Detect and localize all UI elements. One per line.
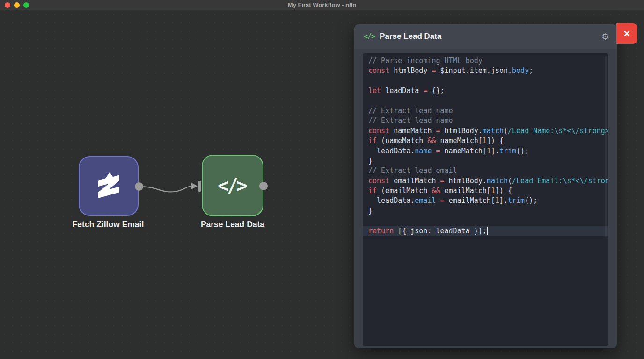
panel-title: Parse Lead Data: [380, 32, 441, 41]
close-panel-button[interactable]: ✕: [616, 23, 637, 44]
code-line[interactable]: [363, 216, 608, 226]
output-connector[interactable]: [135, 182, 143, 191]
node-label-fetch-zillow-email: Fetch Zillow Email: [57, 220, 160, 230]
code-line[interactable]: leadData.name = nameMatch[1].trim();: [363, 146, 608, 156]
output-connector[interactable]: [259, 182, 268, 190]
traffic-light-minimize-icon[interactable]: [14, 2, 20, 8]
traffic-light-zoom-icon[interactable]: [23, 2, 29, 8]
code-line[interactable]: let leadData = {};: [363, 86, 608, 96]
window-title: My First Workflow - n8n: [288, 1, 356, 8]
code-line[interactable]: }: [363, 206, 608, 216]
code-line[interactable]: // Parse incoming HTML body: [363, 56, 608, 66]
code-line[interactable]: if (emailMatch && emailMatch[1]) {: [363, 186, 608, 196]
text-cursor: [487, 227, 488, 235]
code-line[interactable]: // Extract lead email: [363, 166, 608, 176]
code-line[interactable]: const emailMatch = htmlBody.match(/Lead …: [363, 176, 608, 186]
code-lines: // Parse incoming HTML bodyconst htmlBod…: [363, 56, 608, 236]
connection-arrowhead-icon: [191, 183, 198, 189]
node-label-parse-lead-data: Parse Lead Data: [181, 220, 284, 230]
node-editor-panel: </> Parse Lead Data ⚙ // Parse incoming …: [354, 24, 617, 348]
code-line[interactable]: if (nameMatch && nameMatch[1]) {: [363, 136, 608, 146]
code-icon: </>: [364, 32, 375, 41]
code-line[interactable]: // Extract lead name: [363, 106, 608, 116]
code-line[interactable]: }: [363, 156, 608, 166]
traffic-lights: [5, 2, 29, 8]
zillow-icon: [92, 169, 125, 203]
editor-scrollbar[interactable]: [605, 56, 607, 237]
settings-gear-icon[interactable]: ⚙: [601, 32, 609, 41]
code-icon: </>: [218, 175, 248, 196]
traffic-light-close-icon[interactable]: [5, 2, 10, 8]
code-editor[interactable]: // Parse incoming HTML bodyconst htmlBod…: [363, 53, 608, 346]
code-line[interactable]: [363, 76, 608, 86]
window-titlebar: My First Workflow - n8n: [0, 0, 644, 10]
code-line[interactable]: const nameMatch = htmlBody.match(/Lead N…: [363, 126, 608, 136]
code-line[interactable]: return [{ json: leadData }];: [363, 226, 608, 236]
code-line[interactable]: leadData.email = emailMatch[1].trim();: [363, 196, 608, 206]
code-line[interactable]: // Extract lead name: [363, 116, 608, 126]
close-icon: ✕: [623, 29, 631, 39]
node-parse-lead-data[interactable]: </>: [202, 155, 263, 216]
panel-header: </> Parse Lead Data ⚙: [354, 24, 617, 49]
code-line[interactable]: const htmlBody = $input.item.json.body;: [363, 66, 608, 76]
code-line[interactable]: [363, 96, 608, 106]
node-fetch-zillow-email[interactable]: [79, 156, 139, 216]
input-connector[interactable]: [198, 181, 201, 192]
